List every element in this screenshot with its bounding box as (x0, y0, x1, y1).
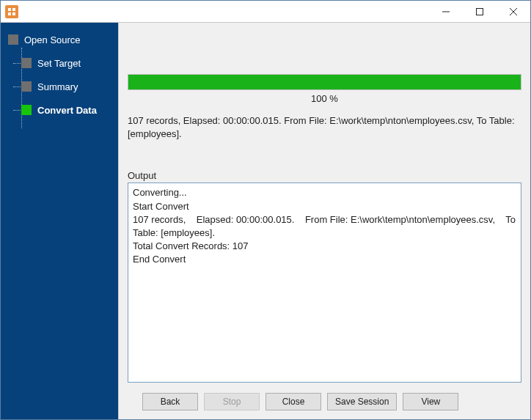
save-session-button[interactable]: Save Session (327, 393, 397, 410)
output-label: Output (128, 170, 521, 181)
step-box-icon (21, 105, 32, 115)
sidebar-item-convert-data[interactable]: Convert Data (21, 102, 97, 118)
progress-bar (128, 74, 521, 90)
svg-rect-1 (12, 8, 15, 11)
title-bar (1, 1, 530, 23)
content-area: 100 % 107 records, Elapsed: 00:00:00.015… (119, 23, 530, 387)
window-controls (429, 1, 530, 23)
app-window: Open Source Set Target Summary Convert D… (0, 0, 531, 420)
sidebar: Open Source Set Target Summary Convert D… (1, 23, 118, 419)
sidebar-item-label: Set Target (37, 58, 81, 69)
back-button[interactable]: Back (142, 393, 198, 410)
view-button[interactable]: View (403, 393, 458, 410)
step-box-icon (21, 58, 32, 68)
progress-fill (128, 75, 521, 89)
step-box-icon (8, 34, 18, 45)
close-window-button[interactable] (497, 1, 530, 23)
progress-section: 100 % (128, 74, 521, 104)
sidebar-item-label: Convert Data (37, 105, 97, 116)
maximize-button[interactable] (463, 1, 497, 23)
svg-rect-5 (477, 8, 483, 15)
main-panel: 100 % 107 records, Elapsed: 00:00:00.015… (118, 23, 530, 419)
sidebar-item-label: Summary (37, 81, 78, 92)
sidebar-item-set-target[interactable]: Set Target (21, 55, 97, 71)
sidebar-item-summary[interactable]: Summary (21, 78, 97, 95)
stop-button[interactable]: Stop (204, 393, 260, 410)
app-icon (5, 5, 18, 18)
step-box-icon (21, 81, 32, 92)
sidebar-item-open-source[interactable]: Open Source (8, 32, 97, 48)
status-text: 107 records, Elapsed: 00:00:00.015. From… (128, 114, 521, 141)
button-row: Back Stop Close Save Session View (133, 387, 530, 419)
window-body: Open Source Set Target Summary Convert D… (1, 23, 530, 419)
output-textarea[interactable] (128, 183, 521, 383)
minimize-button[interactable] (429, 1, 463, 23)
svg-rect-2 (8, 12, 11, 15)
svg-rect-3 (12, 12, 15, 15)
progress-label: 100 % (128, 93, 521, 104)
close-button[interactable]: Close (266, 393, 321, 410)
sidebar-item-label: Open Source (24, 34, 81, 45)
svg-rect-0 (8, 8, 11, 11)
